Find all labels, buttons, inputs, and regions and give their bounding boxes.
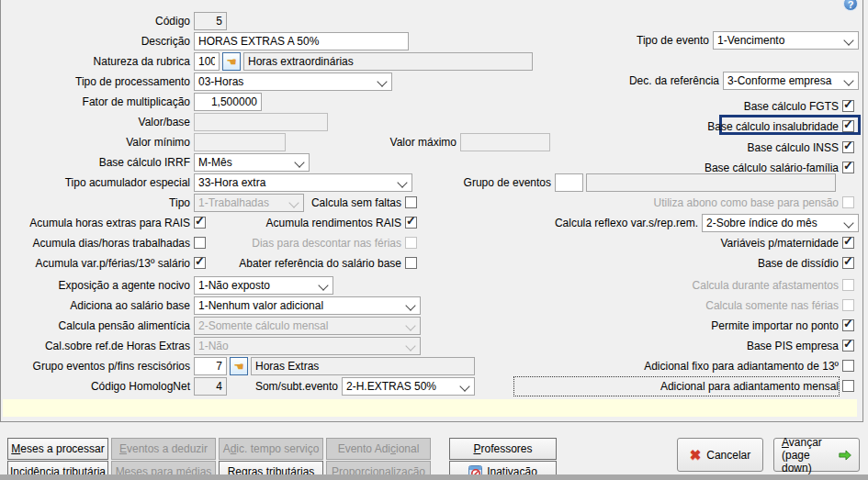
grupo-rescisorios-name-field	[251, 357, 475, 375]
tipo-processamento-value: 03-Horas	[198, 74, 243, 90]
fator-multiplicacao-input[interactable]	[194, 93, 262, 111]
cal-sobre-ref-he-label: Cal.sobre ref.de Horas Extras	[4, 337, 190, 355]
grupo-de-eventos-label: Grupo de eventos	[432, 173, 551, 192]
chevron-down-icon	[397, 177, 407, 187]
tipo-evento-label: Tipo de evento	[526, 31, 709, 50]
som-subt-evento-select[interactable]: 2-H.EXTRAS 50%	[342, 377, 475, 396]
adiciona-salario-base-select[interactable]: 1-Nenhum valor adicional	[194, 296, 421, 315]
utiliza-abono-pensao-checkbox	[842, 196, 854, 208]
dias-descontar-ferias-label: Dias para descontar nas férias	[215, 234, 401, 252]
base-inss-checkbox[interactable]	[842, 141, 854, 153]
tipo-label: Tipo	[4, 194, 190, 212]
valor-minimo-input	[194, 133, 286, 151]
natureza-rubrica-name-field	[243, 52, 533, 71]
grupo-de-eventos-name-field	[586, 173, 836, 192]
variaveis-maternidade-checkbox[interactable]	[842, 237, 854, 249]
chevron-down-icon	[843, 35, 853, 45]
calcula-afastamentos-checkbox	[842, 279, 854, 291]
adiciona-salario-base-value: 1-Nenhum valor adicional	[198, 298, 323, 314]
dec-referencia-select[interactable]: 3-Conforme empresa	[723, 72, 859, 90]
exposicao-agente-nocivo-label: Exposição a agente nocivo	[4, 276, 190, 295]
base-calculo-irrf-value: M-Mês	[198, 155, 232, 171]
adicional-fixo-13-checkbox[interactable]	[842, 360, 854, 372]
grupo-rescisorios-lookup-button[interactable]: ☚	[230, 357, 248, 375]
chevron-down-icon	[294, 157, 304, 167]
valor-minimo-label: Valor mínimo	[4, 133, 190, 151]
cancelar-button[interactable]: ✖ Cancelar	[677, 438, 763, 472]
calcula-pensao-value: 2-Somente cálculo mensal	[198, 318, 328, 334]
grupo-de-eventos-code-input[interactable]	[555, 173, 583, 192]
base-insalubridade-checkbox[interactable]	[842, 120, 854, 132]
evento-adicional-button: Evento Adicional	[326, 438, 431, 460]
adicional-adiantamento-mensal-checkbox[interactable]	[842, 380, 854, 392]
base-fgts-checkbox[interactable]	[842, 100, 854, 112]
exposicao-agente-nocivo-value: 1-Não exposto	[198, 278, 270, 294]
codigo-homolognet-label: Código HomologNet	[4, 377, 190, 396]
cancel-x-icon: ✖	[690, 447, 702, 463]
avancar-button[interactable]: Avançar (page down)	[773, 438, 860, 472]
base-dissidio-checkbox[interactable]	[842, 257, 854, 269]
codigo-label: Código	[4, 12, 190, 30]
calcula-reflexo-label: Calcula reflexo var.s/rep.rem.	[514, 214, 698, 232]
acumula-dias-horas-label: Acumula dias/horas trabalhadas	[4, 234, 190, 252]
tipo-processamento-select[interactable]: 03-Horas	[194, 73, 392, 91]
tipo-acumulador-select[interactable]: 33-Hora extra	[194, 173, 412, 192]
base-calculo-irrf-label: Base cálculo IRRF	[4, 153, 190, 172]
permite-importar-ponto-checkbox[interactable]	[842, 319, 854, 331]
acumula-he-rais-checkbox[interactable]	[194, 217, 206, 229]
base-fgts-label: Base cálculo FGTS	[514, 97, 839, 116]
avancar-label: Avançar (page down)	[782, 436, 833, 474]
cal-sobre-ref-he-value: 1-Não	[198, 339, 229, 354]
adic-tempo-servico-button: Adic. tempo serviço	[219, 438, 323, 460]
tipo-evento-value: 1-Vencimento	[717, 33, 784, 49]
grupo-rescisorios-label: Grupo eventos p/fins rescisórios	[4, 357, 190, 375]
professores-button[interactable]: Professores	[449, 438, 557, 460]
base-calculo-irrf-select[interactable]: M-Mês	[194, 153, 310, 172]
base-inss-label: Base cálculo INSS	[514, 139, 839, 157]
acumula-var-ferias-checkbox[interactable]	[194, 257, 206, 269]
chevron-down-icon	[405, 320, 415, 330]
natureza-rubrica-code-input[interactable]	[194, 52, 220, 71]
calcula-reflexo-select[interactable]: 2-Sobre índice do mês	[702, 214, 859, 232]
acumula-var-ferias-label: Acumula var.p/férias/13º salário	[4, 254, 190, 273]
chevron-down-icon	[459, 381, 469, 391]
avancar-subtext: (page down)	[782, 449, 833, 474]
tipo-acumulador-label: Tipo acumulador especial	[4, 173, 190, 192]
info-bar	[3, 399, 857, 417]
exposicao-agente-nocivo-select[interactable]: 1-Não exposto	[194, 276, 333, 295]
calcula-sem-faltas-checkbox[interactable]	[405, 196, 417, 208]
base-pis-empresa-checkbox[interactable]	[842, 340, 854, 352]
chevron-down-icon	[377, 76, 387, 86]
calcula-somente-ferias-label: Calcula somente nas férias	[514, 296, 839, 315]
abater-ref-salario-checkbox[interactable]	[405, 257, 417, 269]
tipo-evento-select[interactable]: 1-Vencimento	[713, 31, 859, 50]
descricao-input[interactable]	[194, 32, 409, 50]
forward-arrow-icon	[839, 449, 851, 462]
avancar-text: Avançar	[782, 436, 822, 449]
calcula-pensao-label: Calcula pensão alimentícia	[4, 317, 190, 335]
chevron-down-icon	[843, 75, 853, 85]
abater-ref-salario-label: Abater referência do salário base	[215, 254, 401, 273]
tipo-acumulador-value: 33-Hora extra	[198, 175, 265, 191]
adiciona-salario-base-label: Adiciona ao salário base	[4, 296, 190, 315]
acumula-dias-horas-checkbox[interactable]	[194, 237, 206, 249]
fator-multiplicacao-label: Fator de multiplicação	[4, 93, 190, 111]
base-dissidio-label: Base de dissídio	[514, 254, 839, 273]
acumula-rend-rais-checkbox[interactable]	[405, 217, 417, 229]
calcula-reflexo-value: 2-Sobre índice do mês	[706, 216, 817, 231]
natureza-rubrica-lookup-button[interactable]: ☚	[222, 52, 241, 71]
grupo-rescisorios-code-input[interactable]	[194, 357, 227, 375]
chevron-down-icon	[405, 300, 415, 310]
dec-referencia-value: 3-Conforme empresa	[727, 73, 831, 89]
utiliza-abono-pensao-label: Utiliza abono como base para pensão	[514, 194, 839, 212]
base-salario-familia-checkbox[interactable]	[842, 162, 854, 173]
natureza-rubrica-label: Natureza da rubrica	[4, 52, 190, 71]
calcula-pensao-select: 2-Somente cálculo mensal	[194, 317, 421, 335]
meses-a-processar-button[interactable]: Meses a processar	[7, 438, 108, 460]
rubric-form-window: Código Descrição Tipo de evento 1-Vencim…	[0, 0, 868, 480]
valor-base-label: Valor/base	[4, 113, 190, 131]
valor-base-input	[194, 113, 328, 131]
som-subt-evento-value: 2-H.EXTRAS 50%	[346, 379, 436, 395]
cancelar-label: Cancelar	[706, 449, 750, 462]
dias-descontar-ferias-checkbox	[405, 237, 417, 249]
